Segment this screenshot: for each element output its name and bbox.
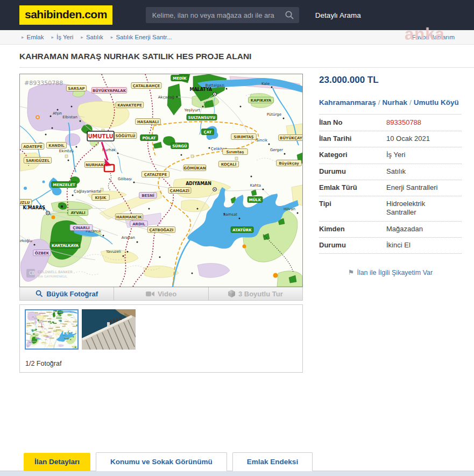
svg-text:Türkoğlu: Türkoğlu: [20, 239, 32, 243]
cube-icon: [228, 290, 235, 297]
video-button: Video: [114, 287, 208, 300]
table-row-kimden: KimdenMağazadan: [319, 222, 462, 238]
tab-content-top-bar: [0, 471, 474, 476]
listing-photo-map[interactable]: AfşinElbistanEkinözüNurhakK.MARAŞMALATYA…: [19, 74, 303, 287]
svg-text:SARSAP: SARSAP: [68, 87, 84, 91]
location-breadcrumb: Kahramanmaraş/Nurhak/Umutlu Köyü: [319, 97, 462, 109]
svg-text:Sincik: Sincik: [256, 138, 268, 143]
tab-emlak-endeksi[interactable]: Emlak Endeksi: [232, 452, 313, 471]
svg-text:KIŞIK: KIŞIK: [95, 196, 107, 200]
breadcrumb-item-isyeri[interactable]: ▸İş Yeri: [51, 34, 73, 40]
detailed-search-link[interactable]: Detaylı Arama: [315, 11, 361, 19]
svg-text:COLDWELL BANKER: COLDWELL BANKER: [38, 270, 73, 274]
svg-text:UZLU: UZLU: [20, 201, 30, 205]
magnifier-icon: [36, 290, 43, 297]
svg-text:Sırımtaş: Sırımtaş: [227, 150, 244, 154]
svg-text:MÜLK: MÜLK: [249, 197, 261, 202]
svg-text:Gölbaşı: Gölbaşı: [118, 177, 132, 181]
svg-text:BÜYÜKÇAY: BÜYÜKÇAY: [280, 136, 302, 140]
table-row-tipi: TipiHidroelektrik Santraller: [319, 196, 462, 222]
search-icon[interactable]: [285, 10, 294, 22]
svg-text:Kahta: Kahta: [250, 183, 261, 188]
svg-text:KOÇALİ: KOÇALİ: [221, 162, 237, 167]
svg-text:Battalgazi: Battalgazi: [206, 83, 224, 88]
breadcrumb-item-satilik[interactable]: ▸Satılık: [81, 34, 103, 40]
search-box[interactable]: [146, 7, 299, 23]
table-row-ilan-no: İlan No893350788: [319, 115, 462, 131]
thumbnail-map-selected[interactable]: [25, 309, 79, 350]
table-row-emlak-turu: Emlak TürüEnerji Santralleri: [319, 180, 462, 196]
complaint-row: ⚑İlan ile İlgili Şikayetim Var: [319, 268, 462, 276]
svg-text:Pütürge: Pütürge: [267, 112, 281, 117]
svg-text:Kale: Kale: [261, 82, 270, 86]
svg-text:GÖMÜKAN: GÖMÜKAN: [183, 166, 206, 170]
listing-id-value: 893350788: [386, 118, 421, 127]
details-table: İlan No893350788 İlan Tarihi10 Ocak 2021…: [319, 115, 462, 254]
svg-text:Çağlayankerte: Çağlayankerte: [74, 189, 101, 194]
svg-text:SÖĞÜTLÜ: SÖĞÜTLÜ: [115, 133, 135, 138]
top-header: sahibinden.com Detaylı Arama: [0, 0, 474, 30]
breadcrumb-item-enerji[interactable]: ▸Satılık Enerji Santr...: [111, 34, 172, 40]
svg-text:KAVAKTEPE: KAVAKTEPE: [117, 103, 142, 108]
location-village-link[interactable]: Umutlu Köyü: [414, 98, 459, 106]
svg-text:ÇINARLI: ÇINARLI: [73, 226, 89, 230]
svg-text:ATATÜRK: ATATÜRK: [232, 228, 252, 232]
big-photo-button[interactable]: Büyük Fotoğraf: [20, 287, 114, 300]
svg-text:KANDIL: KANDIL: [48, 144, 65, 148]
svg-text:ÇAT: ÇAT: [204, 130, 212, 134]
breadcrumb: ▸Emlak ▸İş Yeri ▸Satılık ▸Satılık Enerji…: [0, 30, 474, 45]
dam-marker-dot: [52, 216, 55, 219]
breadcrumb-arrow-icon: ▸: [111, 34, 114, 40]
breadcrumb-arrow-icon: ▸: [81, 34, 83, 40]
thumbnail-dam-photo[interactable]: [82, 309, 136, 350]
svg-text:Yavuzeli: Yavuzeli: [105, 250, 121, 254]
svg-text:ÇATBOĞAZI: ÇATBOĞAZI: [150, 228, 174, 232]
svg-text:K.MARAŞ: K.MARAŞ: [23, 205, 45, 210]
svg-text:Büyükçay: Büyükçay: [279, 161, 299, 166]
breadcrumb-arrow-icon: ▸: [51, 34, 54, 40]
svg-text:POLAT: POLAT: [142, 136, 155, 140]
svg-text:SULTANSUYU: SULTANSUYU: [188, 116, 215, 120]
location-city-link[interactable]: Kahramanmaraş: [319, 98, 376, 106]
price: 23.000.000 TL: [319, 75, 462, 86]
location-district-link[interactable]: Nurhak: [383, 98, 408, 106]
tab-ilan-detaylari[interactable]: İlan Detayları: [24, 453, 90, 471]
svg-text:ÇAMGAZİ: ÇAMGAZİ: [170, 188, 189, 193]
location-divider: [319, 114, 462, 115]
svg-text:NURHAK: NURHAK: [86, 163, 104, 167]
photo-action-bar: Büyük Fotoğraf Video 3 Boyutlu Tur: [19, 287, 303, 301]
svg-text:VIA GAYRİMENKUL: VIA GAYRİMENKUL: [38, 274, 67, 278]
svg-text:Hilvan: Hilvan: [284, 207, 295, 211]
complaint-link[interactable]: İlan ile İlgili Şikayetim Var: [357, 269, 433, 276]
svg-text:ÖZBEK: ÖZBEK: [35, 251, 49, 255]
table-row-kategori: Kategoriİş Yeri: [319, 147, 462, 164]
svg-text:ADIYAMAN: ADIYAMAN: [186, 181, 211, 186]
svg-text:CB: CB: [29, 271, 35, 276]
svg-text:ADATEPE: ADATEPE: [23, 145, 43, 149]
svg-text:ARDIL: ARDIL: [132, 222, 145, 226]
svg-text:AYVALI: AYVALI: [70, 211, 85, 215]
video-camera-icon: [146, 291, 154, 297]
svg-text:BESNİ: BESNİ: [142, 193, 154, 198]
search-input[interactable]: [146, 11, 299, 19]
tab-konum-sokak[interactable]: Konumu ve Sokak Görünümü: [96, 452, 227, 471]
flag-icon: ⚑: [348, 268, 355, 276]
breadcrumb-item-emlak[interactable]: ▸Emlak: [22, 34, 44, 40]
svg-text:Ekinözü: Ekinözü: [59, 149, 74, 153]
svg-text:Yeşilyurt: Yeşilyurt: [184, 108, 201, 112]
3d-tour-button: 3 Boyutlu Tur: [208, 287, 302, 300]
svg-text:Samsat: Samsat: [223, 212, 237, 217]
svg-text:MALATYA: MALATYA: [190, 87, 213, 92]
svg-text:HASANALI: HASANALI: [137, 120, 159, 124]
detail-tabs: İlan Detayları Konumu ve Sokak Görünümü …: [24, 452, 474, 471]
svg-text:ÇATALBAHÇE: ÇATALBAHÇE: [133, 84, 160, 88]
svg-text:ÇATALTEPE: ÇATALTEPE: [144, 173, 167, 177]
svg-text:UMUTLU: UMUTLU: [88, 133, 113, 139]
svg-text:Elbistan: Elbistan: [62, 115, 77, 119]
svg-text:KAPIKAYA: KAPIKAYA: [251, 98, 272, 103]
sahibinden-logo[interactable]: sahibinden.com: [19, 5, 112, 25]
favorites-link[interactable]: Favori İlanlarım: [412, 34, 455, 40]
svg-text:SIRIMTAŞ: SIRIMTAŞ: [234, 135, 253, 139]
svg-text:HARMANCIK: HARMANCIK: [116, 215, 143, 219]
svg-text:MENZELET: MENZELET: [53, 183, 75, 187]
